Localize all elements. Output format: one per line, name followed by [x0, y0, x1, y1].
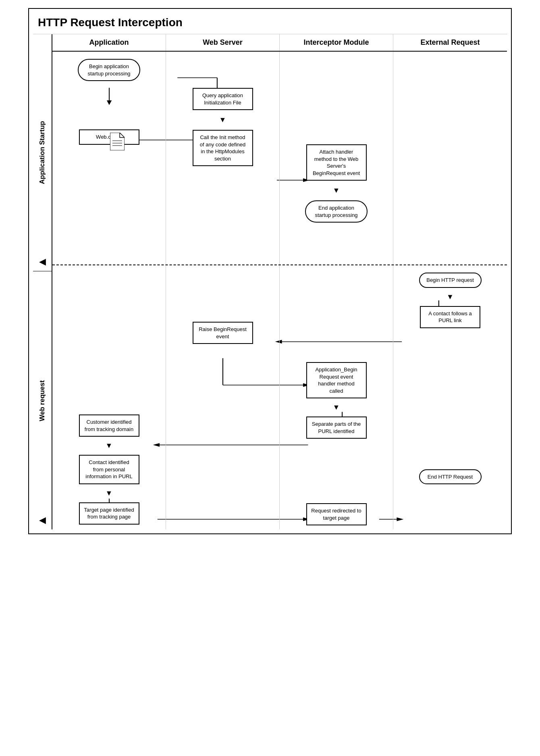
contact-follows-box: A contact follows a PURL link: [420, 306, 480, 328]
arrow-queryinit-callinit: ▼: [219, 116, 226, 124]
svg-marker-8: [110, 133, 125, 150]
webreq-interceptor-col: Application_Begin Request event handler …: [280, 265, 393, 529]
main-content: Application Web Server Interceptor Modul…: [52, 34, 507, 529]
app-begin-req-handler-box: Application_Begin Request event handler …: [306, 362, 367, 398]
webreq-label-cell: Web request ◀: [33, 271, 52, 529]
webreq-external-col: Begin HTTP request ▼ A contact follows a…: [393, 265, 507, 529]
request-redirected-box: Request redirected to target page: [306, 503, 367, 525]
arrow-attach-end: ▼: [333, 186, 340, 195]
customer-identified-box: Customer identified from tracking domain: [79, 414, 139, 437]
begin-http-req-box: Begin HTTP request: [419, 273, 482, 288]
diagram-container: HTTP Request Interception Application St…: [28, 8, 512, 534]
col-header-interceptor: Interceptor Module: [280, 34, 393, 51]
webreq-arrow: ◀: [39, 515, 46, 525]
startup-section: Begin application startup processing Web…: [52, 52, 507, 265]
startup-label: Application Startup: [38, 121, 46, 184]
startup-arrow: ◀: [39, 256, 46, 267]
col-headers: Application Web Server Interceptor Modul…: [52, 34, 507, 52]
begin-app-startup-box: Begin application startup processing: [78, 59, 140, 81]
webreq-section: Customer identified from tracking domain…: [52, 265, 507, 529]
startup-webserver-col: Query application Initialization File ▼ …: [166, 52, 280, 264]
query-app-init-box: Query application Initialization File: [193, 88, 253, 110]
call-init-box: Call the Init method of any code defined…: [193, 130, 253, 166]
webreq-label: Web request: [38, 380, 46, 421]
attach-handler-box: Attach handler method to the Web Server'…: [306, 144, 367, 181]
doc-icon: [110, 133, 125, 150]
left-labels: Application Startup ◀ Web request ◀: [33, 34, 52, 529]
target-page-box: Target page identified from tracking pag…: [79, 502, 139, 525]
startup-app-col: Begin application startup processing Web…: [52, 52, 166, 264]
startup-interceptor-col: Attach handler method to the Web Server'…: [280, 52, 393, 264]
contact-identified-box: Contact identified from personal informa…: [79, 455, 139, 484]
diagram-title: HTTP Request Interception: [33, 13, 507, 34]
col-header-app: Application: [52, 34, 166, 51]
webreq-app-col: Customer identified from tracking domain…: [52, 265, 166, 529]
end-http-req-box: End HTTP Request: [419, 469, 482, 485]
separate-parts-box: Separate parts of the PURL identified: [306, 417, 367, 439]
col-header-external: External Request: [393, 34, 507, 51]
startup-external-col: [393, 52, 507, 264]
col-header-webserver: Web Server: [166, 34, 280, 51]
web-config-box: Web.config: [79, 129, 139, 145]
arrow-handler-separate: ▼: [333, 403, 340, 412]
raise-beginreq-box: Raise BeginRequest event: [193, 322, 253, 344]
startup-label-cell: Application Startup ◀: [33, 34, 52, 271]
arrow-begin-contact: ▼: [447, 293, 454, 301]
end-app-startup-box: End application startup processing: [305, 200, 368, 223]
diagram-body: Application Startup ◀ Web request ◀ Appl…: [33, 34, 507, 529]
arrow-cust-contact: ▼: [106, 442, 113, 450]
webreq-webserver-col: Raise BeginRequest event: [166, 265, 280, 529]
arrow-contact-target: ▼: [106, 489, 113, 498]
